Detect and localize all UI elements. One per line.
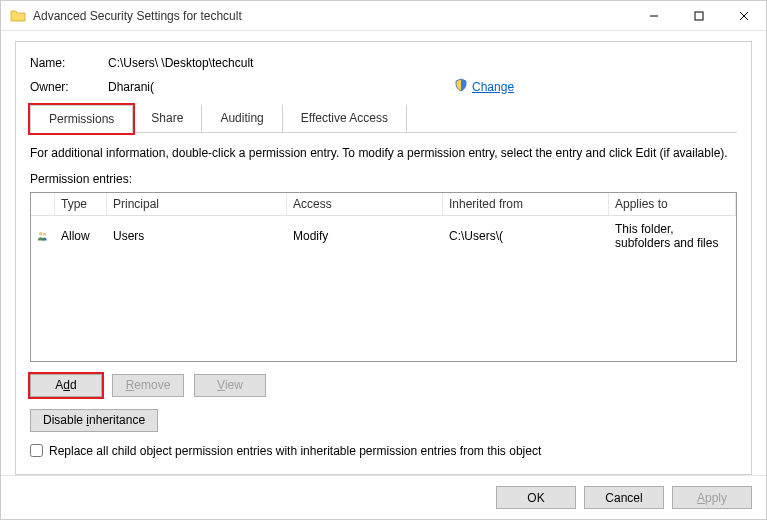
close-button[interactable] <box>721 1 766 30</box>
name-value: C:\Users\ \Desktop\techcult <box>108 56 253 70</box>
change-link[interactable]: Change <box>472 80 514 94</box>
add-label: Add <box>55 378 76 392</box>
window-root: Advanced Security Settings for techcult … <box>0 0 767 520</box>
owner-label: Owner: <box>30 80 108 94</box>
ok-button[interactable]: OK <box>496 486 576 509</box>
svg-point-5 <box>43 232 46 235</box>
users-icon <box>31 227 55 245</box>
apply-label: Apply <box>697 491 727 505</box>
disable-inheritance-button[interactable]: Disable inheritance <box>30 409 158 432</box>
remove-label: Remove <box>126 378 171 392</box>
view-label: View <box>217 378 243 392</box>
cell-applies: This folder, subfolders and files <box>609 220 736 252</box>
col-access[interactable]: Access <box>287 193 443 215</box>
tab-auditing[interactable]: Auditing <box>202 105 282 132</box>
tab-share[interactable]: Share <box>133 105 202 132</box>
replace-checkbox-row[interactable]: Replace all child object permission entr… <box>30 444 737 458</box>
view-button: View <box>194 374 266 397</box>
permissions-grid[interactable]: Type Principal Access Inherited from App… <box>30 192 737 362</box>
remove-button: Remove <box>112 374 184 397</box>
replace-label: Replace all child object permission entr… <box>49 444 541 458</box>
apply-button: Apply <box>672 486 752 509</box>
cell-type: Allow <box>55 227 107 245</box>
help-text: For additional information, double-click… <box>30 145 737 162</box>
cell-principal: Users <box>107 227 287 245</box>
shield-icon <box>454 78 468 95</box>
tab-bar: Permissions Share Auditing Effective Acc… <box>30 105 737 133</box>
maximize-button[interactable] <box>676 1 721 30</box>
inheritance-row: Disable inheritance <box>30 409 737 432</box>
name-label: Name: <box>30 56 108 70</box>
entries-label: Permission entries: <box>30 172 737 186</box>
minimize-button[interactable] <box>631 1 676 30</box>
grid-header: Type Principal Access Inherited from App… <box>31 193 736 216</box>
entry-buttons: Add Remove View <box>30 374 737 397</box>
name-row: Name: C:\Users\ \Desktop\techcult <box>30 56 737 70</box>
replace-checkbox[interactable] <box>30 444 43 457</box>
add-button[interactable]: Add <box>30 374 102 397</box>
col-type[interactable]: Type <box>55 193 107 215</box>
folder-icon <box>9 7 27 25</box>
tab-effective-access[interactable]: Effective Access <box>283 105 407 132</box>
col-inherited[interactable]: Inherited from <box>443 193 609 215</box>
col-applies[interactable]: Applies to <box>609 193 736 215</box>
titlebar: Advanced Security Settings for techcult <box>1 1 766 31</box>
svg-point-4 <box>39 232 42 235</box>
change-owner[interactable]: Change <box>454 78 514 95</box>
window-title: Advanced Security Settings for techcult <box>33 9 631 23</box>
svg-rect-1 <box>695 12 703 20</box>
cell-inherited: C:\Users\( <box>443 227 609 245</box>
disable-inheritance-label: Disable inheritance <box>43 413 145 427</box>
cancel-button[interactable]: Cancel <box>584 486 664 509</box>
col-icon <box>31 193 55 215</box>
cell-access: Modify <box>287 227 443 245</box>
owner-value: Dharani( <box>108 80 154 94</box>
content-area: Name: C:\Users\ \Desktop\techcult Owner:… <box>1 31 766 475</box>
col-principal[interactable]: Principal <box>107 193 287 215</box>
inner-panel: Name: C:\Users\ \Desktop\techcult Owner:… <box>15 41 752 475</box>
owner-row: Owner: Dharani( Change <box>30 78 737 95</box>
dialog-footer: OK Cancel Apply <box>1 475 766 519</box>
tab-permissions[interactable]: Permissions <box>30 105 133 133</box>
table-row[interactable]: Allow Users Modify C:\Users\( This folde… <box>31 216 736 256</box>
